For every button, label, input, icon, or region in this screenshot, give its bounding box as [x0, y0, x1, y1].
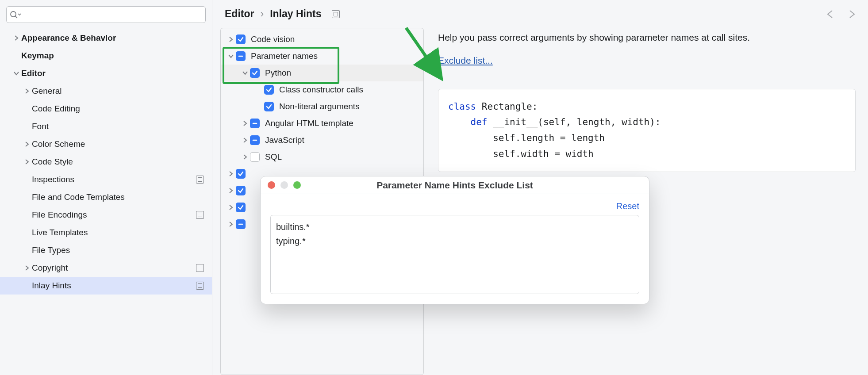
- checkbox-indeterminate-icon[interactable]: [250, 119, 260, 128]
- sidebar-item[interactable]: Editor: [0, 65, 212, 82]
- reset-button[interactable]: Reset: [616, 201, 639, 211]
- sidebar-item[interactable]: Keymap: [0, 47, 212, 65]
- hints-item-label: Parameter names: [251, 51, 318, 61]
- scope-icon: [196, 176, 204, 184]
- settings-tree: Appearance & BehaviorKeymapEditorGeneral…: [0, 23, 212, 295]
- chevron-right-icon: [226, 221, 236, 227]
- chevron-right-icon: [226, 36, 236, 42]
- sidebar-item[interactable]: Appearance & Behavior: [0, 29, 212, 47]
- hints-tree-item[interactable]: SQL: [221, 149, 423, 165]
- back-icon[interactable]: [825, 10, 836, 19]
- sidebar-item[interactable]: Inlay Hints: [0, 277, 212, 295]
- chevron-right-icon: [22, 265, 32, 271]
- checkbox-checked-icon[interactable]: [264, 85, 274, 95]
- window-controls: [268, 181, 301, 189]
- checkbox-empty-icon[interactable]: [250, 152, 260, 162]
- sidebar-item-label: Font: [32, 122, 206, 131]
- hints-tree-item[interactable]: Class constructor calls: [221, 81, 423, 98]
- history-nav: [825, 10, 857, 19]
- checkbox-checked-icon[interactable]: [236, 203, 246, 212]
- checkbox-checked-icon[interactable]: [236, 186, 246, 195]
- chevron-right-icon: [22, 141, 32, 147]
- minimize-icon[interactable]: [280, 181, 288, 189]
- scope-icon: [196, 211, 204, 219]
- hints-tree-item[interactable]: Python: [221, 65, 423, 81]
- checkbox-indeterminate-icon[interactable]: [236, 219, 246, 229]
- sidebar-item-label: File Encodings: [32, 210, 196, 220]
- zoom-icon[interactable]: [293, 181, 301, 189]
- sidebar-item[interactable]: Color Scheme: [0, 135, 212, 153]
- breadcrumb-separator: ›: [260, 8, 264, 20]
- hints-item-label: Code vision: [251, 34, 295, 44]
- scope-icon: [196, 282, 204, 290]
- checkbox-checked-icon[interactable]: [236, 34, 246, 44]
- breadcrumb: Editor › Inlay Hints: [212, 0, 868, 28]
- sidebar-item-label: File Types: [32, 245, 206, 255]
- code-preview: class Rectangle: def __init__(self, leng…: [438, 89, 856, 172]
- exclude-list-entry[interactable]: typing.*: [276, 234, 634, 248]
- hints-tree-item[interactable]: Non-literal arguments: [221, 98, 423, 115]
- chevron-down-icon: [12, 70, 21, 77]
- settings-sidebar: Appearance & BehaviorKeymapEditorGeneral…: [0, 0, 212, 375]
- sidebar-item-label: Color Scheme: [32, 139, 206, 149]
- sidebar-item-label: File and Code Templates: [32, 192, 206, 202]
- hints-item-label: Angular HTML template: [265, 119, 353, 128]
- hints-item-label: JavaScript: [265, 135, 304, 145]
- sidebar-item[interactable]: File Encodings: [0, 206, 212, 224]
- chevron-right-icon: [22, 88, 32, 94]
- hints-tree-item[interactable]: Parameter names: [221, 48, 423, 65]
- sidebar-item[interactable]: Copyright: [0, 259, 212, 277]
- checkbox-checked-icon[interactable]: [250, 68, 260, 78]
- sidebar-item-label: Live Templates: [32, 228, 206, 237]
- settings-search[interactable]: [6, 6, 206, 23]
- exclude-list-box[interactable]: builtins.*typing.*: [270, 215, 639, 294]
- chevron-down-icon: [240, 70, 250, 76]
- sidebar-item[interactable]: General: [0, 82, 212, 100]
- chevron-right-icon: [226, 188, 236, 194]
- chevron-right-icon: [226, 204, 236, 210]
- sidebar-item-label: Inspections: [32, 175, 196, 184]
- exclude-list-entry[interactable]: builtins.*: [276, 220, 634, 234]
- hints-tree-item[interactable]: Code vision: [221, 31, 423, 48]
- hints-item-label: Non-literal arguments: [279, 102, 360, 111]
- help-text: Help you pass correct arguments by showi…: [438, 28, 856, 45]
- chevron-right-icon: [240, 154, 250, 160]
- sidebar-item[interactable]: File and Code Templates: [0, 188, 212, 206]
- chevron-down-icon: [226, 53, 236, 59]
- sidebar-item-label: Keymap: [21, 51, 206, 61]
- dialog-title: Parameter Name Hints Exclude List: [376, 180, 533, 191]
- exclude-list-link[interactable]: Exclude list...: [438, 55, 493, 66]
- hints-tree-item[interactable]: Angular HTML template: [221, 115, 423, 132]
- chevron-right-icon: [240, 120, 250, 126]
- close-icon[interactable]: [268, 181, 275, 189]
- sidebar-item[interactable]: Inspections: [0, 171, 212, 188]
- forward-icon[interactable]: [846, 10, 857, 19]
- sidebar-item-label: Code Style: [32, 157, 206, 167]
- chevron-right-icon: [12, 35, 21, 41]
- checkbox-checked-icon[interactable]: [236, 169, 246, 179]
- breadcrumb-root[interactable]: Editor: [225, 8, 254, 20]
- sidebar-item-label: Inlay Hints: [32, 281, 196, 291]
- chevron-right-icon: [22, 159, 32, 165]
- sidebar-item-label: Copyright: [32, 263, 196, 273]
- sidebar-item[interactable]: Code Style: [0, 153, 212, 171]
- breadcrumb-leaf: Inlay Hints: [270, 8, 321, 20]
- search-input[interactable]: [21, 10, 203, 20]
- svg-line-1: [15, 16, 18, 19]
- search-icon: [9, 10, 21, 19]
- chevron-right-icon: [226, 171, 236, 177]
- hints-item-label: SQL: [265, 152, 282, 162]
- hints-item-label: Python: [265, 68, 291, 78]
- sidebar-item[interactable]: File Types: [0, 241, 212, 259]
- hints-tree-item[interactable]: JavaScript: [221, 132, 423, 149]
- scope-icon: [196, 264, 204, 272]
- sidebar-item[interactable]: Code Editing: [0, 100, 212, 118]
- sidebar-item[interactable]: Font: [0, 118, 212, 135]
- dialog-titlebar[interactable]: Parameter Name Hints Exclude List: [261, 176, 649, 194]
- sidebar-item-label: Editor: [21, 69, 206, 78]
- exclude-list-dialog: Parameter Name Hints Exclude List Reset …: [260, 176, 649, 304]
- sidebar-item[interactable]: Live Templates: [0, 224, 212, 241]
- checkbox-indeterminate-icon[interactable]: [250, 135, 260, 145]
- checkbox-indeterminate-icon[interactable]: [236, 51, 246, 61]
- checkbox-checked-icon[interactable]: [264, 102, 274, 111]
